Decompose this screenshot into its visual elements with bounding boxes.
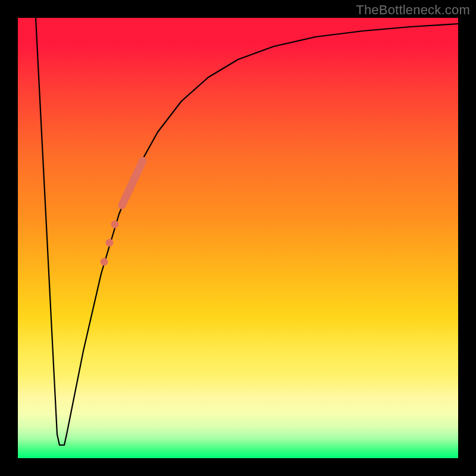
highlighted-dots-group <box>101 221 119 266</box>
chart-stage: TheBottleneck.com <box>0 0 476 476</box>
highlighted-dot <box>106 239 114 247</box>
highlighted-dot <box>101 258 108 266</box>
bottleneck-curve <box>36 18 458 445</box>
highlighted-dot <box>111 221 119 228</box>
plot-area <box>18 18 458 458</box>
curve-svg <box>18 18 458 458</box>
watermark-text: TheBottleneck.com <box>356 2 470 18</box>
highlighted-range-bar <box>122 161 143 205</box>
